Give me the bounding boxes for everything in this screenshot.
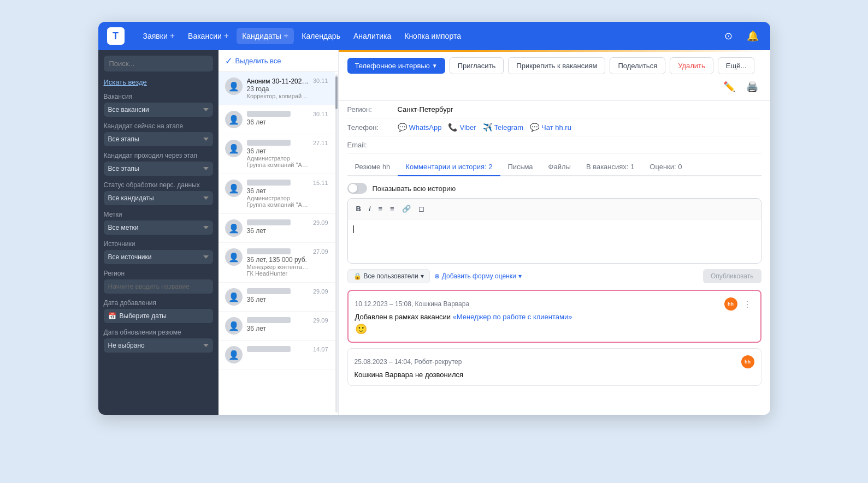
avatar: 👤 [225,111,243,128]
candidate-date: 15.11 [313,180,328,186]
candidate-date: 27.09 [313,248,328,255]
unordered-list-button[interactable]: ≡ [387,203,397,214]
tab-comments[interactable]: Комментарии и история: 2 [398,158,500,176]
filter-sources: Источники Все источники [104,240,213,264]
filter-stage-now-select[interactable]: Все этапы [104,132,213,146]
tab-letters[interactable]: Письма [500,158,541,176]
link-button[interactable]: 🔗 [399,203,414,214]
attach-button[interactable]: Прикрепить к вакансиям [508,57,605,74]
candidate-age: 36 лет [247,187,309,195]
ordered-list-button[interactable]: ≡ [376,203,386,214]
telegram-link[interactable]: ✈️ Telegram [483,123,523,132]
list-item[interactable]: 👤 36 лет Администратор Группа компаний "… [219,174,335,214]
tab-files[interactable]: Файлы [541,158,578,176]
filter-sources-select[interactable]: Все источники [104,250,213,264]
list-header: ✓ Выделить все [219,50,338,72]
viber-icon: 📞 [448,123,457,132]
candidate-age: 36 лет [247,227,309,235]
whatsapp-link[interactable]: 💬 WhatsApp [398,123,442,132]
filter-date-resume-select[interactable]: Не выбрано [104,338,213,353]
candidate-name [247,248,309,256]
email-label: Email: [347,141,391,149]
avatar: 👤 [225,317,243,335]
list-item[interactable]: 👤 Аноним 30-11-2023 11:48:08 23 года Кор… [219,72,335,105]
more-button[interactable]: Ещё... [718,57,754,74]
select-all-button[interactable]: Выделить все [235,57,281,65]
list-item[interactable]: 👤 36 лет 29.09 [219,312,335,341]
tab-vacancies[interactable]: В вакансиях: 1 [578,158,642,176]
nav-item-calendar[interactable]: Календарь [296,28,346,44]
nav-items: Заявки + Вакансии + Кандидаты + Календар… [138,28,467,44]
editor-body[interactable] [348,219,761,263]
nav-item-vakansii[interactable]: Вакансии + [182,28,234,44]
select-all-icon: ✓ [225,56,232,66]
candidate-name: Аноним 30-11-2023 11:48:08 [247,77,309,85]
filter-region-label: Регион [104,270,213,277]
user-settings-icon[interactable]: ⊙ [720,27,737,45]
avatar: 👤 [225,180,243,197]
print-icon-button[interactable]: 🖨️ [743,79,761,95]
users-filter-button[interactable]: 🔒 Все пользователи ▾ [347,269,430,283]
filter-region: Регион [104,270,213,294]
invite-button[interactable]: Пригласить [450,57,504,74]
tab-ratings[interactable]: Оценки: 0 [642,158,689,176]
viber-link[interactable]: 📞 Viber [448,123,476,132]
list-item[interactable]: 👤 14.07 [219,341,335,369]
filter-tags: Метки Все метки [104,211,213,235]
candidate-role: Менеджер контента продаж (Sales... [247,264,309,270]
nav-item-zayavki[interactable]: Заявки + [138,28,181,44]
edit-icon-button[interactable]: ✏️ [720,79,739,95]
nav-plus-kandidaty: + [284,31,288,41]
filter-tags-select[interactable]: Все метки [104,220,213,235]
filter-personal-data-label: Статус обработки перс. данных [104,181,213,189]
detail-tabs: Резюме hh Комментарии и история: 2 Письм… [347,158,761,176]
filter-personal-data: Статус обработки перс. данных Все кандид… [104,181,213,205]
filter-date-added-btn[interactable]: 📅 Выберите даты [104,309,213,323]
list-scrollbar[interactable] [335,72,338,415]
list-item[interactable]: 👤 36 лет, 135 000 руб. Менеджер контента… [219,243,335,283]
italic-button[interactable]: I [366,203,374,214]
filter-personal-data-select[interactable]: Все кандидаты [104,191,213,205]
list-item[interactable]: 👤 36 лет 29.09 [219,283,335,312]
list-item[interactable]: 👤 36 лет 29.09 [219,214,335,243]
region-row: Регион: Санкт-Петербург [347,101,761,118]
search-everywhere-link[interactable]: Искать везде [104,77,213,87]
candidate-age: 36 лет [247,325,309,332]
candidate-age: 36 лет [247,296,309,303]
comment-card-highlighted: 10.12.2023 – 15:08, Кошкина Варвара hh ⋮… [347,290,761,343]
interview-button[interactable]: Телефонное интервью ▼ [347,58,445,74]
candidate-age: 36 лет [247,118,309,126]
quote-button[interactable]: ◻ [416,203,427,214]
comment-meta-2: 25.08.2023 – 14:04, Робот-рекрутер [355,358,462,366]
delete-button[interactable]: Удалить [670,57,713,74]
app-logo[interactable]: T [107,27,125,45]
hh-chat-link[interactable]: 💬 Чат hh.ru [530,123,571,132]
nav-item-analytics[interactable]: Аналитика [348,28,397,44]
comment-avatar-2: hh [741,355,754,368]
candidate-list: 👤 Аноним 30-11-2023 11:48:08 23 года Кор… [219,72,335,415]
comment-menu-button[interactable]: ⋮ [741,299,754,309]
list-item[interactable]: 👤 36 лет 30.11 [219,105,335,134]
filter-stage-through-select[interactable]: Все этапы [104,162,213,176]
notifications-icon[interactable]: 🔔 [744,27,761,45]
hh-chat-icon: 💬 [530,123,539,132]
comment-link[interactable]: «Менеджер по работе с клиентами» [453,313,572,321]
search-input[interactable] [104,56,213,71]
nav-item-kandidaty[interactable]: Кандидаты + [237,28,294,44]
avatar: 👤 [225,248,243,266]
filter-region-input[interactable] [104,279,213,294]
filter-vacancy-select[interactable]: Все вакансии [104,103,213,117]
share-button[interactable]: Поделиться [610,57,665,74]
toggle-history[interactable] [347,183,367,194]
avatar: 👤 [225,140,243,157]
bold-button[interactable]: B [353,203,364,214]
list-item[interactable]: 👤 36 лет Администратор Группа компаний "… [219,134,335,174]
comment-emoji: 🙂 [355,323,754,335]
nav-item-import[interactable]: Кнопка импорта [399,28,467,44]
add-form-button[interactable]: ⊕ Добавить форму оценки ▾ [434,272,522,280]
publish-button[interactable]: Опубликовать [703,269,761,283]
tab-resume[interactable]: Резюме hh [347,158,398,176]
contact-links: 💬 WhatsApp 📞 Viber ✈️ Telegram 💬 [398,123,571,132]
filter-vacancy-label: Вакансия [104,93,213,100]
candidate-age: 36 лет [247,147,309,155]
